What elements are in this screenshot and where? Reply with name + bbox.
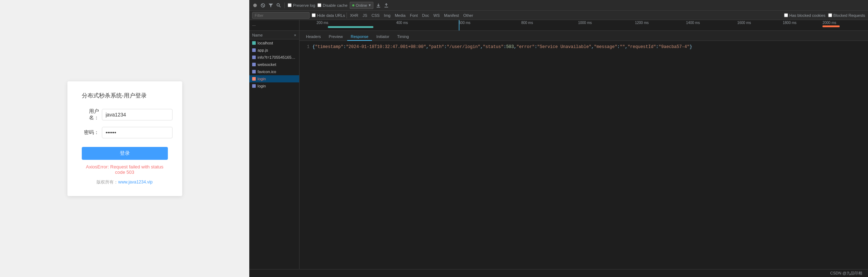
filter-tab-ws[interactable]: WS bbox=[431, 13, 442, 18]
password-label: 密码： bbox=[82, 129, 99, 136]
tab-response[interactable]: Response bbox=[347, 33, 372, 41]
name-column-header: Name bbox=[252, 33, 294, 37]
timeline-label-600: 600 ms bbox=[459, 21, 471, 25]
filter-tab-css[interactable]: CSS bbox=[370, 13, 382, 18]
bottom-bar: CSDN @九品印相 bbox=[249, 269, 868, 277]
username-label: 用户名： bbox=[82, 108, 99, 121]
response-line-1: 1 {"timestamp":"2024-01-18T10:32:47.001+… bbox=[302, 44, 865, 50]
filter-icon[interactable] bbox=[268, 3, 274, 8]
search-icon[interactable] bbox=[276, 3, 282, 8]
svg-point-4 bbox=[277, 4, 279, 6]
detail-tabs: Headers Preview Response Initiator Timin… bbox=[299, 31, 868, 41]
export-icon[interactable] bbox=[383, 3, 389, 8]
network-item-icon-login-error bbox=[252, 77, 256, 81]
network-item-name-websocket: websocket bbox=[258, 62, 276, 67]
has-blocked-cookies-group: Has blocked cookies bbox=[784, 13, 825, 18]
blocked-requests-group: Blocked Requests bbox=[828, 13, 865, 18]
network-item-icon-appjs bbox=[252, 48, 256, 52]
login-title: 分布式秒杀系统-用户登录 bbox=[82, 92, 168, 100]
network-item-login[interactable]: login bbox=[249, 82, 299, 90]
network-item-icon-info bbox=[252, 56, 256, 59]
network-item-name-localhost: localhost bbox=[258, 41, 273, 45]
hide-data-urls-checkbox[interactable] bbox=[312, 13, 316, 17]
has-blocked-cookies-checkbox[interactable] bbox=[784, 13, 788, 17]
disable-cache-checkbox[interactable] bbox=[317, 3, 321, 7]
filter-tab-doc[interactable]: Doc bbox=[420, 13, 431, 18]
filter-checkboxes: Has blocked cookies Blocked Requests bbox=[784, 13, 865, 18]
network-item-icon-websocket bbox=[252, 63, 256, 66]
copyright-text: 版权所有： bbox=[96, 180, 118, 185]
network-list-header: Name × bbox=[249, 31, 299, 39]
preserve-log-group: Preserve log bbox=[288, 3, 315, 8]
preserve-log-label: Preserve log bbox=[293, 3, 315, 8]
filter-tab-img[interactable]: Img bbox=[382, 13, 392, 18]
toolbar-separator-1 bbox=[284, 3, 285, 8]
filter-tabs: Hide data URLs XHR JS CSS Img Media Font… bbox=[312, 13, 475, 18]
network-item-appjs[interactable]: app.js bbox=[249, 47, 299, 54]
filter-tab-other[interactable]: Other bbox=[462, 13, 475, 18]
disable-cache-group: Disable cache bbox=[317, 3, 348, 8]
filter-input[interactable] bbox=[252, 12, 310, 19]
disable-cache-label: Disable cache bbox=[323, 3, 348, 8]
devtools-toolbar: Preserve log Disable cache Online ▾ bbox=[249, 0, 868, 11]
timeline-label-1200: 1200 ms bbox=[635, 21, 648, 25]
online-dot bbox=[352, 4, 354, 6]
filter-separator bbox=[346, 13, 347, 18]
timeline-label-1400: 1400 ms bbox=[686, 21, 700, 25]
clear-icon[interactable] bbox=[260, 3, 266, 8]
network-item-name-login: login bbox=[258, 84, 266, 88]
blocked-requests-label: Blocked Requests bbox=[833, 13, 865, 18]
timeline-content: 200 ms 400 ms 600 ms 800 ms 1000 ms 1200… bbox=[299, 20, 868, 30]
network-item-name-info: info?t=1705545165542 bbox=[258, 55, 296, 59]
online-chevron: ▾ bbox=[369, 3, 371, 8]
network-item-localhost[interactable]: localhost bbox=[249, 39, 299, 47]
network-item-websocket[interactable]: websocket bbox=[249, 61, 299, 68]
svg-line-5 bbox=[279, 6, 281, 7]
network-item-favicon[interactable]: favicon.ico bbox=[249, 68, 299, 75]
filter-bar: Hide data URLs XHR JS CSS Img Media Font… bbox=[249, 11, 868, 20]
tab-headers[interactable]: Headers bbox=[302, 33, 325, 41]
import-icon[interactable] bbox=[376, 3, 381, 8]
record-icon[interactable] bbox=[252, 3, 258, 8]
network-item-icon-favicon bbox=[252, 70, 256, 73]
timeline-label-1600: 1600 ms bbox=[737, 21, 751, 25]
svg-line-2 bbox=[262, 4, 264, 6]
login-button[interactable]: 登录 bbox=[82, 147, 168, 160]
network-item-icon-login bbox=[252, 84, 256, 88]
filter-tab-media[interactable]: Media bbox=[393, 13, 407, 18]
detail-content: 1 {"timestamp":"2024-01-18T10:32:47.001+… bbox=[299, 41, 868, 269]
timeline-label-800: 800 ms bbox=[521, 21, 533, 25]
svg-marker-3 bbox=[269, 4, 273, 7]
network-item-name-login-error: login bbox=[258, 77, 266, 81]
network-item-name-appjs: app.js bbox=[258, 48, 268, 52]
tab-preview[interactable]: Preview bbox=[325, 33, 346, 41]
timeline-label-400: 400 ms bbox=[396, 21, 408, 25]
filter-tab-font[interactable]: Font bbox=[408, 13, 420, 18]
network-item-info[interactable]: info?t=1705545165542 bbox=[249, 54, 299, 61]
network-item-login-error[interactable]: login bbox=[249, 75, 299, 82]
login-panel: 分布式秒杀系统-用户登录 用户名： 密码： 登录 AxiosError: Req… bbox=[0, 0, 249, 277]
timeline-marker-blue bbox=[459, 20, 459, 30]
copyright-link[interactable]: www.java1234.vip bbox=[118, 180, 152, 185]
online-selector[interactable]: Online ▾ bbox=[350, 2, 373, 9]
username-input[interactable] bbox=[102, 109, 173, 120]
preserve-log-checkbox[interactable] bbox=[288, 3, 292, 7]
network-item-icon-localhost bbox=[252, 41, 256, 45]
username-row: 用户名： bbox=[82, 108, 168, 121]
timeline-bar: — 200 ms 400 ms 600 ms 800 ms 1000 ms 12… bbox=[249, 20, 868, 31]
response-json: {"timestamp":"2024-01-18T10:32:47.001+08… bbox=[312, 44, 692, 50]
close-panel-icon[interactable]: × bbox=[294, 33, 296, 37]
tab-timing[interactable]: Timing bbox=[393, 33, 412, 41]
bottom-text: CSDN @九品印相 bbox=[830, 271, 862, 276]
filter-tab-js[interactable]: JS bbox=[361, 13, 369, 18]
timeline-label-1000: 1000 ms bbox=[578, 21, 592, 25]
blocked-requests-checkbox[interactable] bbox=[828, 13, 832, 17]
tab-initiator[interactable]: Initiator bbox=[373, 33, 393, 41]
filter-tab-manifest[interactable]: Manifest bbox=[442, 13, 461, 18]
devtools-panel: Preserve log Disable cache Online ▾ Hide… bbox=[249, 0, 868, 277]
password-input[interactable] bbox=[102, 127, 173, 138]
filter-tab-xhr[interactable]: XHR bbox=[348, 13, 360, 18]
hide-data-urls-group: Hide data URLs bbox=[312, 13, 345, 18]
login-card: 分布式秒杀系统-用户登录 用户名： 密码： 登录 AxiosError: Req… bbox=[67, 81, 182, 196]
devtools-main: Name × localhost app.js info?t=170554516… bbox=[249, 31, 868, 269]
